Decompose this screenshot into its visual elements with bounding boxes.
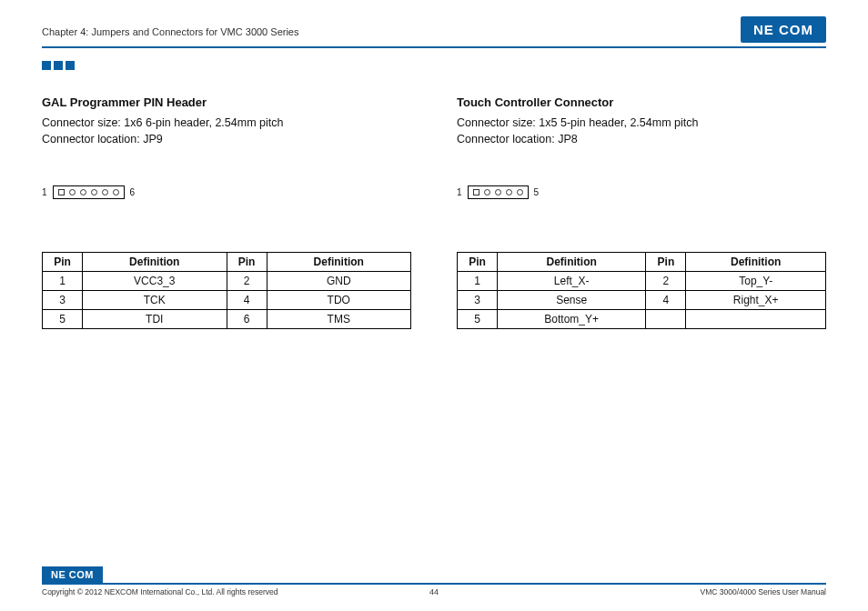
cell: TDO xyxy=(267,291,411,310)
cell: 1 xyxy=(43,272,83,291)
cell: 5 xyxy=(43,310,83,329)
table-row: 1 Left_X- 2 Top_Y- xyxy=(458,272,826,291)
cell: 2 xyxy=(646,272,686,291)
cell: 3 xyxy=(458,291,498,310)
table-row: 5 TDI 6 TMS xyxy=(43,310,411,329)
cell: TDI xyxy=(83,310,227,329)
table-header: Definition xyxy=(498,253,646,272)
brand-logo: NE COM xyxy=(741,16,826,43)
pin-circle-icon xyxy=(495,189,501,195)
pin-circle-icon xyxy=(113,189,119,195)
pin-diagram-left: 1 6 xyxy=(42,185,411,199)
cell: Top_Y- xyxy=(686,272,826,291)
cell: TMS xyxy=(267,310,411,329)
cell xyxy=(646,310,686,329)
cell: Left_X- xyxy=(498,272,646,291)
section-title-right: Touch Controller Connector xyxy=(457,95,826,109)
footer-logo: NE COM xyxy=(42,566,103,583)
section-title-left: GAL Programmer PIN Header xyxy=(42,95,411,109)
cell: Bottom_Y+ xyxy=(498,310,646,329)
cell xyxy=(686,310,826,329)
connector-size-right: Connector size: 1x5 5-pin header, 2.54mm… xyxy=(457,115,826,131)
connector-size-left: Connector size: 1x6 6-pin header, 2.54mm… xyxy=(42,115,411,131)
cell: Sense xyxy=(498,291,646,310)
table-row: 3 TCK 4 TDO xyxy=(43,291,411,310)
pin-end-label: 5 xyxy=(534,187,540,197)
table-header: Pin xyxy=(227,253,267,272)
table-row: 5 Bottom_Y+ xyxy=(458,310,826,329)
pin-circle-icon xyxy=(102,189,108,195)
decorative-squares xyxy=(42,61,826,70)
pin-table-left: Pin Definition Pin Definition 1 VCC3_3 2… xyxy=(42,252,411,329)
pin-circle-icon xyxy=(91,189,97,195)
pin-end-label: 6 xyxy=(130,187,136,197)
table-header: Definition xyxy=(267,253,411,272)
table-header: Pin xyxy=(43,253,83,272)
cell: VCC3_3 xyxy=(83,272,227,291)
pin-start-label: 1 xyxy=(42,187,47,197)
cell: 4 xyxy=(227,291,267,310)
cell: 2 xyxy=(227,272,267,291)
cell: 4 xyxy=(646,291,686,310)
cell: TCK xyxy=(83,291,227,310)
table-row: 1 VCC3_3 2 GND xyxy=(43,272,411,291)
table-header: Definition xyxy=(83,253,227,272)
table-header: Pin xyxy=(458,253,498,272)
pin-circle-icon xyxy=(484,189,490,195)
table-header: Definition xyxy=(686,253,826,272)
cell: 5 xyxy=(458,310,498,329)
page-number: 44 xyxy=(42,587,826,596)
cell: 1 xyxy=(458,272,498,291)
pin-square-icon xyxy=(58,189,65,195)
table-header: Pin xyxy=(646,253,686,272)
pin-table-right: Pin Definition Pin Definition 1 Left_X- … xyxy=(457,252,826,329)
pin-diagram-right: 1 5 xyxy=(457,185,826,199)
pin-circle-icon xyxy=(69,189,76,195)
table-row: 3 Sense 4 Right_X+ xyxy=(458,291,826,310)
connector-location-left: Connector location: JP9 xyxy=(42,131,411,147)
footer-rule xyxy=(42,583,826,585)
pin-start-label: 1 xyxy=(457,187,462,197)
cell: 3 xyxy=(43,291,83,310)
pin-circle-icon xyxy=(506,189,512,195)
pin-square-icon xyxy=(473,189,479,195)
header-rule xyxy=(42,46,826,48)
connector-location-right: Connector location: JP8 xyxy=(457,131,826,147)
chapter-title: Chapter 4: Jumpers and Connectors for VM… xyxy=(42,26,298,43)
pin-circle-icon xyxy=(80,189,86,195)
cell: Right_X+ xyxy=(686,291,826,310)
cell: GND xyxy=(267,272,411,291)
pin-circle-icon xyxy=(517,189,523,195)
cell: 6 xyxy=(227,310,267,329)
